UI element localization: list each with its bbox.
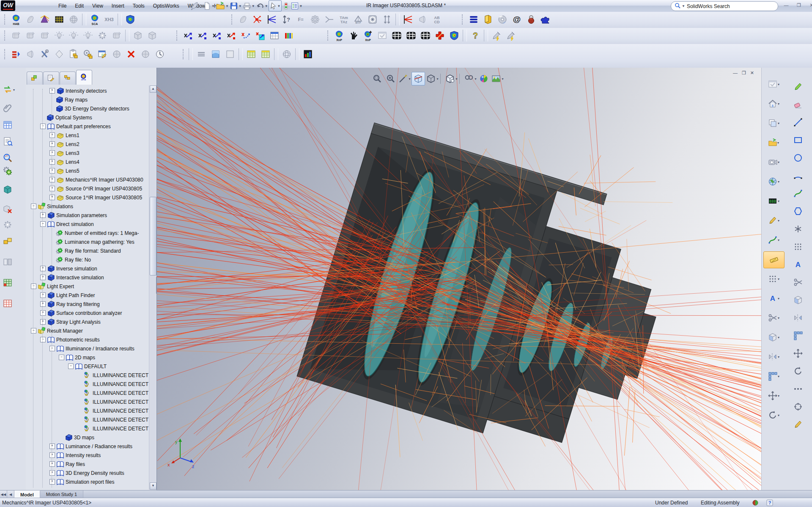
right-dock-digits-panel[interactable]: 888▾ xyxy=(763,193,784,209)
status-help-icon[interactable]: ? xyxy=(766,499,773,507)
right-dock-dots-tool[interactable] xyxy=(790,381,807,397)
tree-item[interactable]: +Lens4 xyxy=(26,157,149,166)
tree-item[interactable]: +Intensity detectors xyxy=(26,86,149,95)
left-dock-grid-green[interactable] xyxy=(3,275,19,290)
expand-icon[interactable]: + xyxy=(49,479,55,485)
tree-item[interactable]: +Lens5 xyxy=(26,166,149,175)
left-dock-table-tool[interactable] xyxy=(3,117,19,132)
right-dock-capture-camera[interactable]: ▾ xyxy=(763,154,784,170)
display-style-button[interactable]: ▾ xyxy=(426,72,439,85)
gray-square-tool-button[interactable] xyxy=(223,47,237,61)
options-list-button[interactable]: ▼ xyxy=(290,1,303,11)
tree-item[interactable]: +Intensity results xyxy=(26,451,149,460)
right-dock-eraser-tool[interactable] xyxy=(790,96,807,113)
left-dock-gear-pair[interactable] xyxy=(3,163,19,179)
field-arrows-button[interactable] xyxy=(380,13,394,26)
export-3d-button[interactable] xyxy=(9,47,23,61)
tab-propertymanager[interactable] xyxy=(43,72,59,85)
expand-icon[interactable]: + xyxy=(40,301,46,307)
expand-icon[interactable]: + xyxy=(40,319,46,325)
assembly-tool-1-button[interactable] xyxy=(9,29,23,42)
solidworks-search[interactable]: ▼ SolidWorks Search xyxy=(671,1,778,11)
assembly-tool-7-button[interactable] xyxy=(96,29,109,42)
license-lock-button[interactable] xyxy=(524,13,538,26)
right-dock-rotate-tool[interactable]: ▾ xyxy=(763,407,784,423)
green-grid-1-button[interactable] xyxy=(244,47,258,61)
speaker-tool-button[interactable] xyxy=(24,47,37,61)
ray-fan-blue-button[interactable] xyxy=(265,13,279,26)
expand-icon[interactable]: + xyxy=(49,444,55,449)
select-arrow-button[interactable]: ▼ xyxy=(269,0,282,11)
rgb-square-button[interactable] xyxy=(301,47,315,61)
delete-x-button[interactable] xyxy=(124,47,138,61)
doc-restore-button[interactable]: ❐ xyxy=(742,70,746,76)
left-dock-gear-gray[interactable] xyxy=(3,217,19,232)
clock-tool-button[interactable] xyxy=(153,47,167,61)
menu-file[interactable]: File xyxy=(54,1,71,11)
left-dock-transfer-arrows[interactable]: ▾ xyxy=(3,82,19,97)
expand-icon[interactable]: + xyxy=(49,461,55,467)
tree-item[interactable]: Number of emitted rays: 1 Mega- xyxy=(26,229,149,237)
expand-icon[interactable]: + xyxy=(49,141,55,147)
tree-scrollbar[interactable]: ▲ ▼ xyxy=(149,85,156,490)
right-dock-text-a-tool[interactable]: A▾ xyxy=(763,290,784,306)
right-dock-mirror-entities[interactable] xyxy=(790,310,807,326)
globe-tool-button[interactable] xyxy=(67,13,80,26)
assembly-box-1-button[interactable] xyxy=(131,29,145,42)
expand-icon[interactable]: + xyxy=(49,168,55,174)
doc-minimize-button[interactable]: — xyxy=(733,70,738,76)
blue-square-tool-button[interactable] xyxy=(209,47,222,61)
tree-item[interactable]: +Ray tracing filtering xyxy=(26,300,149,309)
tree-item[interactable]: +Simulation parameters xyxy=(26,211,149,220)
tree-item[interactable]: 3D Energy Density detectors xyxy=(26,104,149,113)
pen-icon[interactable] xyxy=(190,1,200,11)
right-dock-pattern-tool[interactable]: ▾ xyxy=(763,368,784,384)
left-dock-grid-red[interactable] xyxy=(3,296,19,311)
assembly-tool-6-button[interactable] xyxy=(81,29,95,42)
right-dock-trim-tool[interactable] xyxy=(790,274,807,290)
right-dock-folder-open-dock[interactable]: ▾ xyxy=(763,135,784,151)
left-dock-parts-yellow[interactable] xyxy=(3,234,19,249)
right-dock-sketch-pencil[interactable] xyxy=(790,79,807,95)
edit-bolt-2-button[interactable] xyxy=(504,29,518,42)
collapse-icon[interactable]: − xyxy=(31,204,36,209)
sphere-tool-1-button[interactable] xyxy=(110,47,123,61)
tree-item[interactable]: !ILLUMINANCE DETECT xyxy=(26,397,149,406)
collapse-icon[interactable]: − xyxy=(40,124,46,129)
collapse-icon[interactable]: − xyxy=(31,328,36,333)
menu-view[interactable]: View xyxy=(88,1,107,11)
lines-tool-button[interactable] xyxy=(195,47,208,61)
assembly-tool-8-button[interactable] xyxy=(110,29,123,42)
source-xnp-cyan-button[interactable] xyxy=(253,29,267,42)
expand-icon[interactable]: + xyxy=(40,292,46,298)
tab-motion-study[interactable]: Motion Study 1 xyxy=(40,490,83,498)
tree-item[interactable]: −Result Manager xyxy=(26,326,149,335)
left-dock-report-tool[interactable] xyxy=(3,134,19,149)
green-grid-2-button[interactable] xyxy=(259,47,272,61)
ray-aberration-button[interactable] xyxy=(323,13,336,26)
tree-item[interactable]: +Surface contribution analyzer xyxy=(26,309,149,317)
menu-optisworks[interactable]: OptisWorks xyxy=(149,1,184,11)
right-dock-home-view[interactable]: ▾ xyxy=(763,96,784,112)
detector-target-button[interactable] xyxy=(366,13,379,26)
tree-item[interactable]: +Interactive simulation xyxy=(26,273,149,282)
right-dock-measure-tool[interactable] xyxy=(763,251,785,268)
collapse-icon[interactable]: − xyxy=(68,364,74,369)
tree-item[interactable]: −Direct simulation xyxy=(26,220,149,229)
assembly-tool-2-button[interactable] xyxy=(24,29,37,42)
minimize-button[interactable]: — xyxy=(782,2,791,9)
right-dock-view-window[interactable]: ▾ xyxy=(763,76,784,92)
tree-item[interactable]: +Luminance / Radiance results xyxy=(26,442,149,451)
collapse-icon[interactable]: − xyxy=(59,355,64,360)
tab-scroll-left[interactable]: ◀ xyxy=(7,490,14,498)
expand-icon[interactable]: + xyxy=(49,150,55,156)
graphics-viewport[interactable]: y z x ▾▾▾▾▾ — ❐ ✕ xyxy=(156,68,762,490)
expand-icon[interactable]: + xyxy=(49,452,55,458)
scroll-up-arrow[interactable]: ▲ xyxy=(150,85,156,93)
catalog-book-button[interactable] xyxy=(481,13,495,26)
tab-model[interactable]: Model xyxy=(14,490,40,498)
rebuild-traffic-light-button[interactable] xyxy=(282,1,290,11)
tree-item[interactable]: −Photometric results xyxy=(26,335,149,344)
source-xnp-1-button[interactable] xyxy=(181,29,195,42)
window-pencil-button[interactable] xyxy=(96,47,109,61)
